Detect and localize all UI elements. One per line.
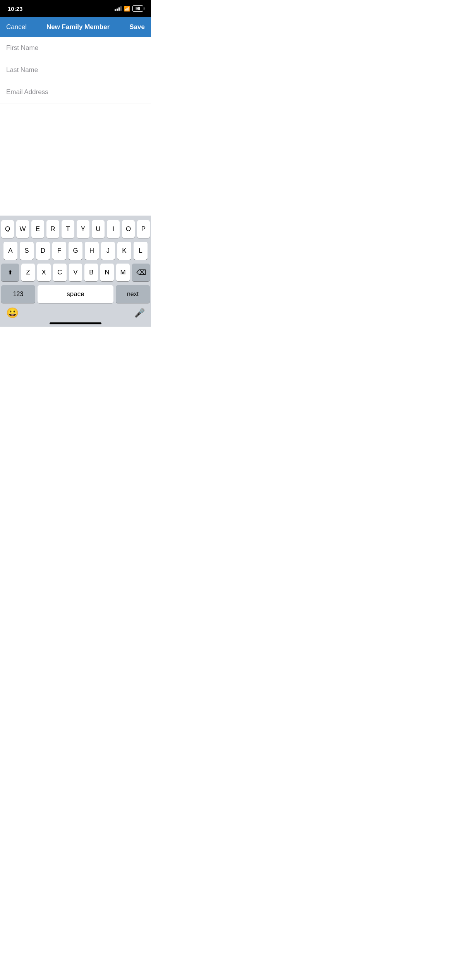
delete-key[interactable]: ⌫ — [132, 264, 150, 281]
emoji-button[interactable]: 😀 — [6, 307, 19, 319]
home-indicator — [50, 322, 101, 324]
key-j[interactable]: J — [101, 242, 115, 260]
delete-icon: ⌫ — [136, 268, 146, 277]
key-v[interactable]: V — [69, 264, 82, 281]
first-name-field[interactable] — [0, 37, 151, 59]
last-name-input[interactable] — [6, 66, 145, 74]
key-a[interactable]: A — [3, 242, 17, 260]
shift-icon: ⬆ — [8, 269, 13, 276]
key-w[interactable]: W — [16, 220, 29, 238]
key-g[interactable]: G — [69, 242, 82, 260]
status-icons: 📶 99 — [115, 5, 143, 12]
shift-key[interactable]: ⬆ — [1, 264, 19, 281]
keyboard-row-2: A S D F G H J K L — [1, 242, 150, 260]
key-p[interactable]: P — [137, 220, 150, 238]
key-d[interactable]: D — [36, 242, 50, 260]
keyboard-rows: Q W E R T Y U I O P A S D F G H J K L ⬆ — [0, 219, 151, 281]
email-field[interactable] — [0, 81, 151, 103]
keyboard-bottom-row: 123 space next — [0, 285, 151, 303]
email-input[interactable] — [6, 88, 145, 96]
form-area — [0, 37, 151, 103]
key-z[interactable]: Z — [21, 264, 35, 281]
save-button[interactable]: Save — [129, 23, 145, 31]
signal-icon — [115, 6, 122, 11]
empty-content-area — [0, 103, 151, 227]
keyboard: Q W E R T Y U I O P A S D F G H J K L ⬆ — [0, 216, 151, 327]
key-k[interactable]: K — [117, 242, 131, 260]
key-o[interactable]: O — [122, 220, 135, 238]
key-t[interactable]: T — [62, 220, 74, 238]
key-m[interactable]: M — [116, 264, 130, 281]
key-s[interactable]: S — [20, 242, 34, 260]
numbers-key[interactable]: 123 — [1, 285, 35, 303]
cursor-right — [147, 213, 147, 221]
next-key[interactable]: next — [116, 285, 150, 303]
microphone-button[interactable]: 🎤 — [134, 308, 145, 318]
key-q[interactable]: Q — [1, 220, 14, 238]
last-name-field[interactable] — [0, 59, 151, 81]
key-f[interactable]: F — [52, 242, 66, 260]
key-l[interactable]: L — [134, 242, 148, 260]
key-n[interactable]: N — [100, 264, 114, 281]
key-b[interactable]: B — [84, 264, 98, 281]
keyboard-row-3: ⬆ Z X C V B N M ⌫ — [1, 264, 150, 281]
key-e[interactable]: E — [31, 220, 44, 238]
key-h[interactable]: H — [85, 242, 99, 260]
key-y[interactable]: Y — [77, 220, 89, 238]
wifi-icon: 📶 — [124, 6, 130, 12]
keyboard-top-bar — [0, 216, 151, 219]
key-r[interactable]: R — [46, 220, 59, 238]
status-bar: 10:23 📶 99 — [0, 0, 151, 17]
key-c[interactable]: C — [53, 264, 67, 281]
nav-bar: Cancel New Family Member Save — [0, 17, 151, 37]
key-u[interactable]: U — [92, 220, 105, 238]
cursor-indicators — [0, 216, 151, 219]
first-name-input[interactable] — [6, 44, 145, 52]
status-time: 10:23 — [8, 5, 22, 12]
key-x[interactable]: X — [37, 264, 51, 281]
battery-indicator: 99 — [132, 5, 143, 12]
space-key[interactable]: space — [38, 285, 113, 303]
cursor-left — [4, 213, 4, 221]
key-i[interactable]: I — [107, 220, 120, 238]
cancel-button[interactable]: Cancel — [6, 23, 27, 31]
keyboard-row-1: Q W E R T Y U I O P — [1, 220, 150, 238]
page-title: New Family Member — [46, 23, 110, 31]
